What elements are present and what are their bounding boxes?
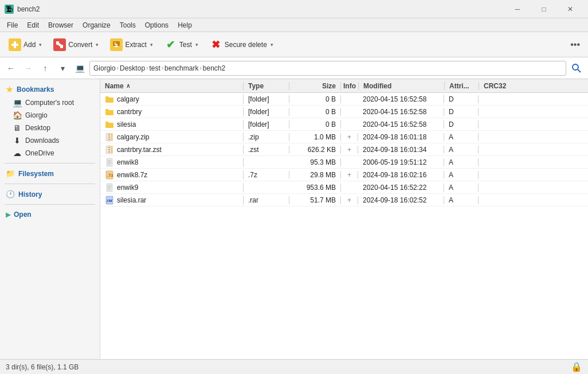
zip-icon (105, 133, 114, 142)
folder-icon (105, 120, 114, 129)
close-button[interactable]: ✕ (557, 0, 583, 18)
home-icon: 🏠 (13, 111, 22, 120)
lock-icon: 🔒 (571, 361, 582, 372)
breadcrumb-sep-4: › (199, 65, 201, 71)
toolbar-more-button[interactable]: ••• (566, 37, 585, 52)
table-row[interactable]: cantrbry.tar.zst .zst 626.2 KB + 2024-09… (100, 143, 588, 156)
svg-point-10 (573, 64, 578, 70)
file-name: calgary (117, 95, 139, 103)
sidebar-item-desktop[interactable]: 🖥 Desktop (0, 122, 100, 134)
add-icon (9, 38, 21, 51)
add-button[interactable]: Add ▾ (3, 35, 47, 54)
test-button[interactable]: ✔ Test ▾ (159, 35, 203, 54)
test-dropdown-arrow[interactable]: ▾ (195, 42, 198, 48)
titlebar-left: 🗜 bench2 (5, 5, 40, 14)
breadcrumb-benchmark[interactable]: benchmark (164, 64, 198, 72)
rar-icon: .rar (105, 196, 114, 205)
sidebar-item-filesystem[interactable]: 📁 Filesystem (0, 167, 100, 180)
menu-organize[interactable]: Organize (78, 18, 115, 32)
file-rows: calgary [folder] 0 B 2020-04-15 16:52:58… (100, 93, 588, 207)
desktop-label: Desktop (25, 124, 50, 132)
cell-type: [folder] (244, 120, 289, 128)
extract-button[interactable]: Extract ▾ (105, 35, 158, 54)
sidebar-item-downloads[interactable]: ⬇ Downloads (0, 134, 100, 147)
sort-indicator: ∧ (126, 83, 130, 89)
menu-help[interactable]: Help (173, 18, 197, 32)
up-button[interactable]: ↑ (38, 61, 53, 76)
table-row[interactable]: .rar silesia.rar .rar 51.7 MB + 2024-09-… (100, 194, 588, 207)
cell-name: enwik9 (100, 183, 244, 192)
table-row[interactable]: calgary [folder] 0 B 2020-04-15 16:52:58… (100, 93, 588, 106)
7z-icon: .7z (105, 170, 114, 180)
breadcrumb-bench2[interactable]: bench2 (203, 64, 225, 72)
table-row[interactable]: .7z enwik8.7z .7z 29.8 MB + 2024-09-18 1… (100, 169, 588, 181)
table-row[interactable]: enwik9 953.6 MB 2020-04-15 16:52:22 A (100, 181, 588, 194)
secure-delete-button[interactable]: ✖ Secure delete ▾ (205, 35, 279, 54)
col-header-crc[interactable]: CRC32 (479, 82, 519, 90)
extract-label: Extract (125, 41, 146, 49)
secure-delete-icon: ✖ (210, 38, 222, 51)
sidebar-item-open[interactable]: ▶ Open (0, 208, 100, 221)
breadcrumb-test[interactable]: test (149, 64, 160, 72)
forward-button[interactable]: → (21, 61, 36, 76)
convert-dropdown-arrow[interactable]: ▾ (96, 42, 99, 48)
sidebar-item-computers-root[interactable]: 💻 Computer's root (0, 96, 100, 109)
cell-modified: 2006-05-19 19:51:12 (358, 158, 444, 166)
menu-file[interactable]: File (2, 18, 22, 32)
history-label: History (18, 190, 42, 198)
sidebar: ★ Bookmarks 💻 Computer's root 🏠 Giorgio … (0, 79, 100, 359)
col-header-attri[interactable]: Attri... (445, 82, 479, 90)
computers-root-label: Computer's root (25, 99, 74, 107)
computer-button[interactable]: 💻 (72, 61, 87, 76)
col-header-size[interactable]: Size (289, 82, 341, 90)
col-header-info[interactable]: Info (341, 82, 359, 90)
back-button[interactable]: ← (3, 61, 18, 76)
menu-edit[interactable]: Edit (22, 18, 44, 32)
table-row[interactable]: enwik8 95.3 MB 2006-05-19 19:51:12 A (100, 156, 588, 169)
table-row[interactable]: calgary.zip .zip 1.0 MB + 2024-09-18 16:… (100, 131, 588, 143)
location-dropdown-button[interactable]: ▾ (55, 61, 70, 76)
sidebar-divider-2 (5, 184, 95, 184)
menu-browser[interactable]: Browser (44, 18, 78, 32)
convert-button[interactable]: Convert ▾ (48, 35, 104, 54)
secure-delete-dropdown-arrow[interactable]: ▾ (271, 42, 273, 48)
table-row[interactable]: silesia [folder] 0 B 2020-04-15 16:52:58… (100, 118, 588, 131)
breadcrumb-sep-2: › (146, 65, 148, 71)
extract-dropdown-arrow[interactable]: ▾ (150, 42, 153, 48)
col-header-name[interactable]: Name ∧ (100, 82, 244, 90)
breadcrumb-sep-1: › (117, 65, 119, 71)
table-row[interactable]: cantrbry [folder] 0 B 2020-04-15 16:52:5… (100, 106, 588, 118)
file-icon (105, 158, 114, 167)
breadcrumb-giorgio[interactable]: Giorgio (93, 64, 116, 72)
svg-rect-19 (108, 147, 110, 148)
cell-name: cantrbry (100, 107, 244, 116)
breadcrumb-desktop[interactable]: Desktop (120, 64, 145, 72)
open-section: ▶ Open (0, 208, 100, 221)
cell-modified: 2024-09-18 16:02:52 (358, 196, 444, 204)
sidebar-divider-3 (5, 204, 95, 205)
minimize-button[interactable]: ─ (504, 0, 531, 18)
col-header-type[interactable]: Type (244, 82, 289, 90)
sidebar-item-history[interactable]: 🕐 History (0, 188, 100, 201)
svg-line-11 (578, 69, 581, 72)
sidebar-item-giorgio[interactable]: 🏠 Giorgio (0, 109, 100, 122)
file-name: enwik9 (117, 184, 138, 192)
downloads-label: Downloads (25, 137, 59, 145)
cell-name: calgary.zip (100, 133, 244, 142)
col-header-modified[interactable]: Modified (359, 82, 445, 90)
cell-info: + (341, 133, 358, 141)
menu-tools[interactable]: Tools (115, 18, 140, 32)
maximize-button[interactable]: □ (531, 0, 557, 18)
cell-modified: 2020-04-15 16:52:58 (358, 95, 444, 103)
file-name: calgary.zip (117, 133, 149, 141)
search-button[interactable] (569, 60, 585, 76)
desktop-icon: 🖥 (13, 123, 22, 133)
svg-rect-7 (114, 42, 116, 44)
sidebar-item-onedrive[interactable]: ☁ OneDrive (0, 147, 100, 159)
sidebar-item-bookmarks[interactable]: ★ Bookmarks (0, 83, 100, 96)
add-dropdown-arrow[interactable]: ▾ (39, 42, 42, 48)
secure-delete-label: Secure delete (225, 41, 267, 49)
breadcrumb[interactable]: Giorgio › Desktop › test › benchmark › b… (89, 61, 566, 76)
menu-options[interactable]: Options (140, 18, 173, 32)
search-icon (572, 64, 581, 73)
